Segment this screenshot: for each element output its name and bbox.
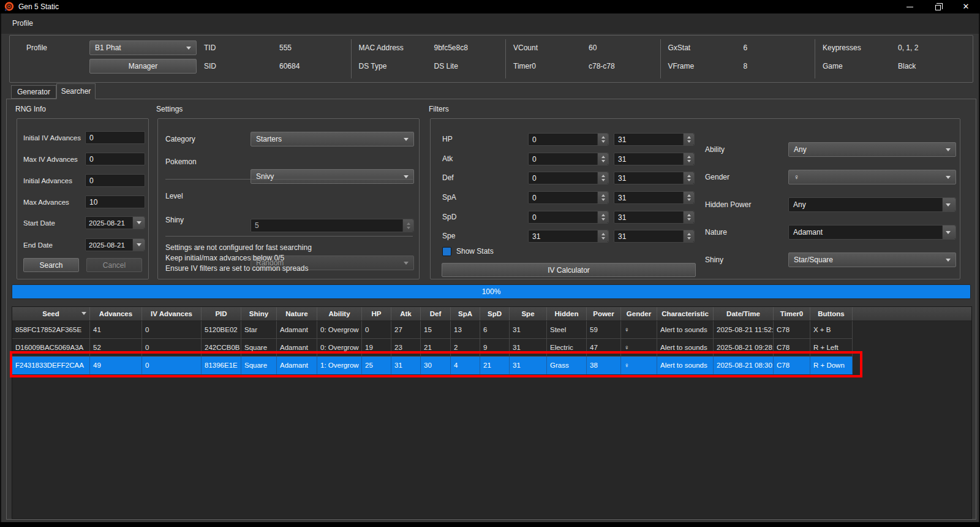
spinner-arrows-icon[interactable]	[402, 219, 413, 232]
cell-ability[interactable]: 0: Overgrow	[317, 321, 362, 339]
cell-iv-advances[interactable]: 0	[142, 357, 202, 374]
spinbox-atk-max[interactable]: 31	[614, 153, 695, 165]
select-shiny[interactable]: Star/Square	[788, 252, 956, 267]
cell-hp[interactable]: 25	[362, 357, 391, 374]
column-header-power[interactable]: Power	[587, 307, 621, 320]
spinner-arrows-icon[interactable]	[683, 153, 694, 165]
cell-iv-advances[interactable]: 0	[142, 321, 202, 339]
cell-hp[interactable]: 0	[362, 321, 391, 339]
column-header-pid[interactable]: PID	[202, 307, 241, 320]
cell-gender[interactable]: ♀	[621, 339, 657, 357]
cell-power[interactable]: 59	[587, 321, 621, 339]
spinner-arrows-icon[interactable]	[683, 192, 694, 203]
input-max-iv-advances[interactable]: 0	[85, 153, 145, 165]
cell-spe[interactable]: 31	[510, 357, 547, 374]
cell-characteristic[interactable]: Alert to sounds	[657, 357, 714, 374]
column-header-spd[interactable]: SpD	[480, 307, 510, 320]
cell-spa[interactable]: 4	[451, 357, 480, 374]
spinner-arrows-icon[interactable]	[683, 211, 694, 223]
cell-shiny[interactable]: Star	[241, 321, 277, 339]
cell-spd[interactable]: 9	[480, 339, 510, 357]
maximize-button[interactable]	[924, 0, 952, 13]
cell-advances[interactable]: 41	[90, 321, 142, 339]
column-header-nature[interactable]: Nature	[277, 307, 317, 320]
chevron-down-button[interactable]	[942, 198, 956, 211]
cell-timer0[interactable]: C78	[774, 357, 810, 374]
column-header-atk[interactable]: Atk	[391, 307, 421, 320]
cell-nature[interactable]: Adamant	[277, 357, 317, 374]
column-header-def[interactable]: Def	[421, 307, 451, 320]
cell-nature[interactable]: Adamant	[277, 339, 317, 357]
cell-atk[interactable]: 31	[391, 357, 421, 374]
column-header-timer0[interactable]: Timer0	[774, 307, 810, 320]
spinbox-spe-min[interactable]: 31	[528, 230, 609, 243]
select-nature[interactable]: Adamant	[788, 225, 956, 240]
profile-manager-button[interactable]: Manager	[89, 59, 197, 74]
cell-seed[interactable]: F2431833DEFF2CAA	[12, 357, 90, 374]
level-spinbox[interactable]: 5	[251, 219, 414, 232]
cell-buttons[interactable]: X + B	[810, 321, 853, 339]
result-row-1[interactable]: D16009BAC5069A3A520242CCB0BSquareAdamant…	[12, 339, 971, 357]
spinbox-spa-max[interactable]: 31	[614, 191, 695, 204]
column-header-iv-advances[interactable]: IV Advances	[142, 307, 202, 320]
date-edit-start-date[interactable]: 2025-08-21	[85, 216, 145, 229]
cell-spe[interactable]: 31	[510, 321, 547, 339]
cell-ability[interactable]: 1: Overgrow	[317, 357, 362, 374]
close-button[interactable]: ✕	[952, 0, 980, 13]
column-header-spa[interactable]: SpA	[451, 307, 480, 320]
cell-pid[interactable]: 242CCB0B	[202, 339, 241, 357]
cell-def[interactable]: 30	[421, 357, 451, 374]
select-hidden-power[interactable]: Any	[788, 197, 956, 212]
input-initial-iv-advances[interactable]: 0	[85, 131, 145, 144]
column-header-date-time[interactable]: Date/Time	[714, 307, 774, 320]
profile-select[interactable]: B1 Phat	[89, 40, 197, 55]
spinbox-hp-min[interactable]: 0	[528, 133, 609, 146]
cell-date-time[interactable]: 2025-08-21 11:52:53	[714, 321, 774, 339]
cancel-button[interactable]: Cancel	[86, 258, 142, 272]
column-header-buttons[interactable]: Buttons	[810, 307, 853, 320]
show-stats-checkbox[interactable]	[442, 247, 451, 256]
select-ability[interactable]: Any	[788, 142, 956, 157]
calendar-dropdown-button[interactable]	[132, 217, 145, 229]
column-header-advances[interactable]: Advances	[90, 307, 142, 320]
cell-date-time[interactable]: 2025-08-21 09:28:11	[714, 339, 774, 357]
spinbox-spe-max[interactable]: 31	[614, 230, 695, 243]
cell-buttons[interactable]: R + Down	[810, 357, 853, 374]
spinner-arrows-icon[interactable]	[597, 172, 608, 184]
cell-hidden[interactable]: Grass	[547, 357, 587, 374]
cell-date-time[interactable]: 2025-08-21 08:30:31	[714, 357, 774, 374]
cell-atk[interactable]: 23	[391, 339, 421, 357]
cell-shiny[interactable]: Square	[241, 357, 277, 374]
cell-spe[interactable]: 31	[510, 339, 547, 357]
spinbox-spa-min[interactable]: 0	[528, 191, 609, 204]
result-row-0[interactable]: 858FC17852AF365E4105120BE02StarAdamant0:…	[12, 321, 971, 339]
cell-hidden[interactable]: Electric	[547, 339, 587, 357]
spinbox-atk-min[interactable]: 0	[528, 153, 609, 165]
chevron-down-button[interactable]	[942, 226, 956, 239]
spinner-arrows-icon[interactable]	[683, 230, 694, 242]
spinner-arrows-icon[interactable]	[683, 172, 694, 184]
column-header-spe[interactable]: Spe	[510, 307, 547, 320]
cell-gender[interactable]: ♀	[621, 357, 657, 374]
cell-hp[interactable]: 19	[362, 339, 391, 357]
input-initial-advances[interactable]: 0	[85, 174, 145, 187]
spinbox-def-min[interactable]: 0	[528, 172, 609, 184]
pokemon-select[interactable]: Snivy	[251, 169, 414, 184]
cell-spa[interactable]: 13	[451, 321, 480, 339]
cell-seed[interactable]: 858FC17852AF365E	[12, 321, 90, 339]
menu-profile[interactable]: Profile	[6, 17, 39, 29]
spinner-arrows-icon[interactable]	[597, 192, 608, 203]
date-edit-end-date[interactable]: 2025-08-21	[85, 238, 145, 251]
spinner-arrows-icon[interactable]	[683, 134, 694, 145]
spinner-arrows-icon[interactable]	[597, 211, 608, 223]
cell-spa[interactable]: 2	[451, 339, 480, 357]
cell-advances[interactable]: 52	[90, 339, 142, 357]
spinbox-def-max[interactable]: 31	[614, 172, 695, 184]
cell-nature[interactable]: Adamant	[277, 321, 317, 339]
spinbox-hp-max[interactable]: 31	[614, 133, 695, 146]
cell-def[interactable]: 15	[421, 321, 451, 339]
search-button[interactable]: Search	[23, 258, 79, 272]
cell-power[interactable]: 38	[587, 357, 621, 374]
column-header-seed[interactable]: Seed	[12, 307, 90, 320]
cell-spd[interactable]: 6	[480, 321, 510, 339]
